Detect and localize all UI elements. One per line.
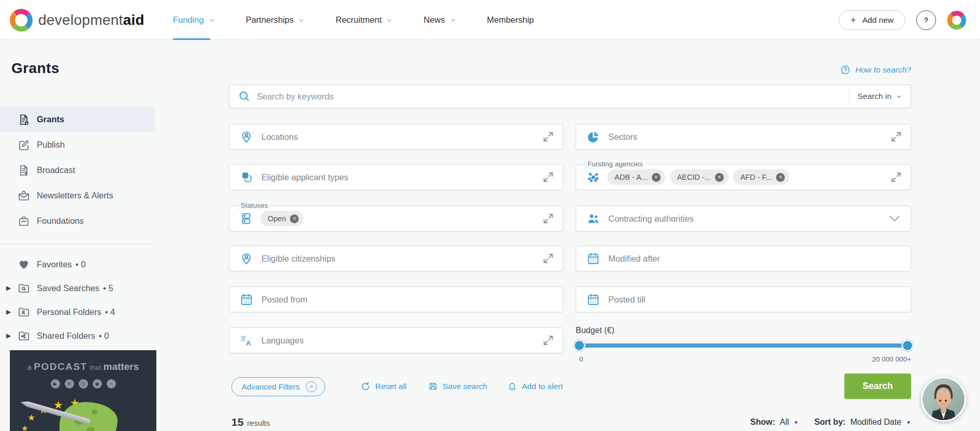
- brand-word-bold: aid: [123, 12, 144, 28]
- calendar-icon: [240, 293, 253, 306]
- statuses-field[interactable]: Statuses Open ✕: [229, 206, 563, 232]
- expand-icon[interactable]: [542, 171, 554, 183]
- shared-folders-count: • 0: [99, 331, 109, 341]
- remove-chip-icon[interactable]: ✕: [290, 214, 299, 223]
- saved-searches-count: • 5: [103, 283, 113, 293]
- keyword-search-bar: Search in: [229, 84, 911, 108]
- broadcast-document-icon: [18, 164, 30, 177]
- eligible-citizenships-field[interactable]: Eligible citizenships: [229, 246, 563, 271]
- bell-icon: [507, 381, 517, 391]
- sidebar-item-favorites[interactable]: Favorites • 0: [0, 252, 155, 276]
- personal-folders-count: • 4: [105, 307, 115, 317]
- location-pin-icon: [240, 130, 253, 143]
- advanced-filters-button[interactable]: Advanced Filters: [231, 377, 325, 396]
- sort-by-dropdown[interactable]: Sort by: Modified Date ▼: [814, 418, 911, 427]
- sidebar-item-saved-searches[interactable]: ▶ Saved Searches • 5: [0, 276, 155, 300]
- locations-field[interactable]: Locations: [229, 124, 563, 150]
- chevron-down-icon: [298, 17, 304, 23]
- budget-slider-track[interactable]: [576, 343, 911, 348]
- how-to-search: How to search?: [229, 65, 911, 75]
- citizenship-pin-icon: [240, 252, 253, 265]
- chip-open[interactable]: Open ✕: [260, 211, 303, 226]
- nav-item-news[interactable]: News: [423, 0, 456, 40]
- support-chat-avatar[interactable]: [921, 377, 966, 422]
- expand-icon[interactable]: [542, 131, 554, 143]
- user-avatar[interactable]: [947, 10, 967, 30]
- funding-agencies-field[interactable]: Funding agencies ADB - A... ✕ AECID -...…: [576, 164, 911, 190]
- chevron-down-icon: [896, 93, 902, 100]
- sidebar-item-personal-folders[interactable]: ▶ Personal Folders • 4: [0, 300, 155, 324]
- sectors-field[interactable]: Sectors: [576, 124, 911, 150]
- chevron-down-icon: [386, 17, 392, 23]
- show-dropdown[interactable]: Show: All ▼: [750, 418, 799, 427]
- sidebar-item-foundations[interactable]: Foundations: [0, 208, 155, 234]
- brand-word-light: development: [38, 12, 123, 28]
- chip-aecid[interactable]: AECID -... ✕: [670, 169, 728, 185]
- chip-adb[interactable]: ADB - A... ✕: [607, 169, 665, 185]
- field-legend: Statuses: [238, 201, 271, 210]
- refresh-icon: [360, 381, 371, 392]
- caret-right-icon[interactable]: ▶: [6, 332, 11, 339]
- budget-slider: [576, 340, 911, 351]
- spotify-icon: ≋: [65, 379, 74, 389]
- search-button[interactable]: Search: [844, 373, 911, 399]
- help-icon[interactable]: [916, 10, 936, 30]
- saved-searches-folder-icon: [18, 282, 30, 294]
- sidebar-menu: Grants Publish Broadcast Newsletters & A…: [0, 107, 155, 234]
- chevron-down-icon[interactable]: [888, 212, 901, 225]
- nav-item-funding[interactable]: Funding: [173, 0, 215, 40]
- sidebar-item-shared-folders[interactable]: ▶ Shared Folders • 0: [0, 324, 155, 348]
- budget-min-value: 0: [579, 355, 583, 363]
- triangle-down-icon: ▼: [906, 420, 911, 425]
- remove-chip-icon[interactable]: ✕: [715, 173, 724, 182]
- sidebar-item-broadcast[interactable]: Broadcast: [0, 157, 155, 183]
- languages-field[interactable]: 文A Languages: [229, 327, 563, 353]
- expand-icon[interactable]: [542, 252, 554, 265]
- podcast-title: a PODCAST that matters: [10, 361, 156, 372]
- chevron-up-circle-icon: [306, 381, 317, 392]
- search-input[interactable]: [257, 92, 849, 102]
- apple-podcasts-icon: ◔: [107, 379, 116, 389]
- podcast-banner[interactable]: a PODCAST that matters ▶ ≋ ⓘ ◉ ◔ ★ ★ ★ ★…: [10, 350, 156, 431]
- header-right-cluster: + Add new: [839, 0, 967, 40]
- posted-till-field[interactable]: Posted till: [576, 286, 911, 312]
- newsletter-envelope-icon: [18, 190, 30, 202]
- remove-chip-icon[interactable]: ✕: [652, 173, 661, 182]
- budget-max-value: 20 000 000+: [872, 355, 911, 363]
- nav-item-membership[interactable]: Membership: [487, 0, 534, 40]
- expand-icon[interactable]: [542, 212, 554, 225]
- sidebar-item-newsletters[interactable]: Newsletters & Alerts: [0, 183, 155, 208]
- google-podcasts-icon: ◉: [93, 379, 102, 389]
- expand-icon[interactable]: [542, 334, 554, 347]
- funding-agencies-chips: ADB - A... ✕ AECID -... ✕ AFD - F... ✕: [607, 169, 890, 185]
- nav-item-recruitment[interactable]: Recruitment: [335, 0, 392, 40]
- expand-icon[interactable]: [890, 171, 902, 183]
- podcast-social-icons: ▶ ≋ ⓘ ◉ ◔: [10, 379, 156, 389]
- search-in-dropdown[interactable]: Search in: [858, 92, 902, 101]
- how-to-search-link[interactable]: How to search?: [855, 65, 911, 75]
- nav-item-partnerships[interactable]: Partnerships: [246, 0, 305, 40]
- add-new-button[interactable]: + Add new: [839, 10, 905, 30]
- chip-afd[interactable]: AFD - F... ✕: [733, 169, 789, 185]
- posted-from-field[interactable]: Posted from: [229, 286, 563, 312]
- publish-pencil-icon: [18, 139, 30, 151]
- add-to-alert-button[interactable]: Add to alert: [507, 381, 563, 391]
- reset-all-button[interactable]: Reset all: [360, 381, 406, 392]
- brand-logo[interactable]: developmentaid: [10, 0, 144, 40]
- star-icon: ★: [21, 424, 28, 431]
- remove-chip-icon[interactable]: ✕: [776, 173, 785, 182]
- people-icon: [587, 212, 600, 225]
- budget-slider-handle-max[interactable]: [902, 340, 913, 351]
- modified-after-field[interactable]: Modified after: [576, 246, 911, 271]
- statuses-icon: [240, 212, 253, 225]
- expand-icon[interactable]: [890, 131, 902, 143]
- eligible-applicant-types-field[interactable]: Eligible applicant types: [229, 164, 563, 190]
- save-search-button[interactable]: Save search: [428, 381, 487, 391]
- budget-slider-handle-min[interactable]: [574, 340, 585, 351]
- caret-right-icon[interactable]: ▶: [6, 284, 11, 292]
- contracting-authorities-field[interactable]: Contracting authorities: [576, 206, 911, 232]
- sidebar-item-publish[interactable]: Publish: [0, 132, 155, 157]
- sidebar-item-grants[interactable]: Grants: [0, 107, 155, 132]
- network-icon: [587, 170, 600, 184]
- caret-right-icon[interactable]: ▶: [6, 308, 11, 315]
